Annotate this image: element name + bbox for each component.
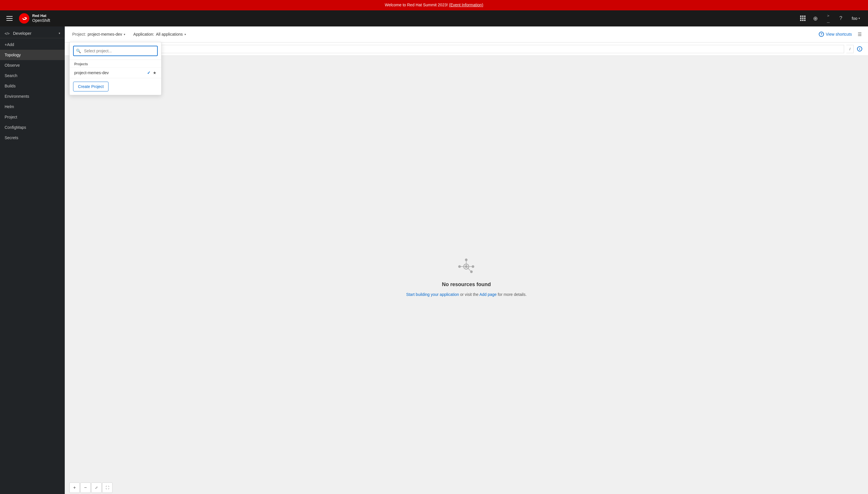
dropdown-footer: Create Project (70, 78, 161, 95)
svg-point-6 (470, 270, 473, 273)
svg-point-2 (465, 265, 468, 268)
view-shortcuts-label: View shortcuts (826, 32, 852, 37)
primary-toolbar: Project: project-memes-dev ▾ Application… (65, 26, 868, 42)
app-logo[interactable]: Red Hat OpenShift (19, 13, 50, 23)
content-area: No resources found Start building your a… (65, 56, 868, 494)
user-caret-icon: ▾ (858, 17, 860, 20)
help-icon: ? (839, 15, 843, 21)
project-dropdown: 🔍 Projects project-memes-dev ✓ ★ Create … (69, 42, 161, 95)
svg-point-4 (472, 265, 474, 268)
zoom-in-button[interactable]: + (69, 482, 80, 493)
fit-to-screen-button[interactable]: ⤢ (91, 482, 102, 493)
list-view-button[interactable]: ☰ (856, 30, 863, 39)
sidebar-item-observe[interactable]: Observe (0, 60, 65, 71)
terminal-button[interactable]: ＞＿ (823, 13, 833, 23)
header-icons: ⊕ ＞＿ ? foo ▾ (798, 13, 863, 23)
app-label: Application: (133, 32, 154, 37)
start-building-link[interactable]: Start building your application (406, 292, 459, 297)
view-shortcuts-button[interactable]: ? View shortcuts (817, 30, 854, 39)
sidebar: </> Developer ▾ +Add Topology Observe Se… (0, 26, 65, 494)
list-view-icon: ☰ (857, 32, 862, 37)
brand-text: Red Hat OpenShift (32, 14, 50, 23)
topology-empty-icon (456, 256, 476, 277)
sidebar-item-topology[interactable]: Topology (0, 50, 65, 60)
hamburger-button[interactable] (5, 14, 14, 22)
sidebar-item-project[interactable]: Project (0, 112, 65, 122)
grid-icon (800, 16, 806, 21)
top-banner: Welcome to Red Hat Summit 2023! (Event I… (0, 0, 868, 11)
sidebar-item-search[interactable]: Search (0, 71, 65, 81)
application-selector-button[interactable]: Application: All applications ▾ (130, 30, 189, 38)
add-button[interactable]: ⊕ (811, 13, 821, 23)
add-icon: ⊕ (813, 15, 818, 22)
app-header: Red Hat OpenShift ⊕ ＞＿ ? foo ▾ (0, 11, 868, 26)
project-label: Project: (72, 32, 86, 37)
svg-point-0 (19, 13, 29, 23)
zoom-out-button[interactable]: − (80, 482, 91, 493)
dropdown-section-label: Projects (70, 60, 161, 67)
user-menu-button[interactable]: foo ▾ (848, 14, 863, 23)
expand-view-icon: ⛶ (106, 486, 109, 490)
sidebar-item-helm[interactable]: Helm (0, 101, 65, 112)
zoom-out-icon: − (84, 485, 87, 490)
perspective-switcher[interactable]: </> Developer ▾ (0, 29, 65, 38)
empty-title: No resources found (442, 282, 491, 287)
username: foo (852, 16, 857, 21)
empty-desc-suffix: for more details. (498, 292, 526, 297)
dropdown-project-item[interactable]: project-memes-dev ✓ ★ (70, 67, 161, 78)
filter-info-icon: i (857, 46, 862, 52)
project-name: project-memes-dev (88, 32, 122, 37)
sidebar-item-environments[interactable]: Environments (0, 91, 65, 101)
perspective-caret-icon: ▾ (59, 32, 60, 35)
create-project-button[interactable]: Create Project (73, 82, 109, 92)
app-name: All applications (156, 32, 183, 37)
filter-info-button[interactable]: i (856, 45, 863, 53)
sidebar-item-add[interactable]: +Add (0, 39, 65, 50)
dropdown-project-name: project-memes-dev (74, 71, 109, 75)
empty-state: No resources found Start building your a… (406, 256, 527, 297)
project-search-input[interactable] (73, 46, 158, 56)
fit-icon: ⤢ (95, 486, 98, 490)
sidebar-item-builds[interactable]: Builds (0, 81, 65, 91)
help-button[interactable]: ? (836, 13, 846, 23)
terminal-icon: ＞＿ (826, 13, 831, 23)
grid-button[interactable] (798, 13, 808, 23)
selected-check-icon: ✓ (147, 71, 150, 75)
svg-point-5 (465, 259, 468, 261)
add-page-link[interactable]: Add page (480, 292, 497, 297)
dropdown-item-icons: ✓ ★ (147, 71, 157, 75)
empty-desc-middle: or visit the (460, 292, 480, 297)
name-search-input[interactable] (117, 45, 845, 53)
zoom-in-icon: + (73, 485, 76, 490)
sidebar-item-configmaps[interactable]: ConfigMaps (0, 122, 65, 133)
dropdown-search-wrap: 🔍 (70, 42, 161, 60)
app-layout: </> Developer ▾ +Add Topology Observe Se… (0, 26, 868, 494)
perspective-label: Developer (13, 31, 31, 36)
banner-link[interactable]: (Event Information) (449, 3, 483, 7)
project-selector-button[interactable]: Project: project-memes-dev ▾ (69, 30, 128, 38)
project-caret-icon: ▾ (124, 33, 125, 36)
secondary-toolbar: ⊞ ▾ ▼ Name ▾ / i (65, 42, 868, 56)
svg-point-3 (458, 265, 461, 268)
developer-icon: </> (5, 32, 10, 36)
expand-view-button[interactable]: ⛶ (102, 482, 112, 493)
app-caret-icon: ▾ (184, 33, 186, 36)
shortcuts-info-icon: ? (819, 32, 824, 37)
redhat-logo-icon (19, 13, 29, 23)
search-slash-indicator: / (846, 45, 854, 53)
banner-text: Welcome to Red Hat Summit 2023! (385, 3, 449, 7)
svg-line-10 (468, 268, 471, 271)
favorite-star-icon[interactable]: ★ (153, 71, 157, 75)
main-content: Project: project-memes-dev ▾ Application… (65, 26, 868, 494)
sidebar-item-secrets[interactable]: Secrets (0, 133, 65, 143)
zoom-controls: + − ⤢ ⛶ (69, 482, 112, 493)
empty-description: Start building your application or visit… (406, 292, 527, 297)
